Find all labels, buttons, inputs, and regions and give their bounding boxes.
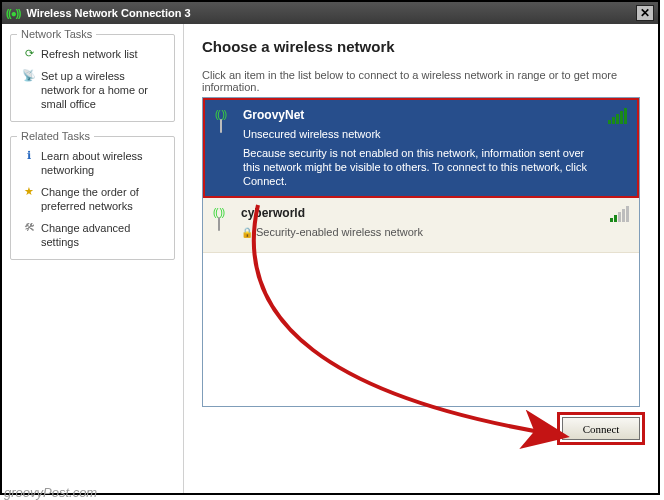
task-label: Change advanced settings [41, 221, 166, 249]
group-title: Related Tasks [17, 130, 94, 142]
task-label: Learn about wireless networking [41, 149, 166, 177]
network-name: GroovyNet [243, 108, 589, 122]
info-icon: ℹ [19, 149, 39, 162]
task-setup-network[interactable]: 📡 Set up a wireless network for a home o… [19, 69, 166, 111]
network-subtitle: Unsecured wireless network [243, 128, 589, 140]
sidebar: Network Tasks ⟳ Refresh network list 📡 S… [2, 24, 184, 493]
instruction-text: Click an item in the list below to conne… [202, 69, 640, 93]
settings-icon: 🛠 [19, 221, 39, 233]
task-label: Refresh network list [41, 47, 138, 61]
network-list[interactable]: (( )) GroovyNet Unsecured wireless netwo… [202, 97, 640, 407]
signal-strength-icon [591, 206, 629, 244]
network-description: Because security is not enabled on this … [243, 146, 589, 188]
wifi-antenna-icon: (( )) [215, 108, 243, 188]
wifi-antenna-icon: (( )) [213, 206, 241, 244]
task-change-order[interactable]: ★ Change the order of preferred networks [19, 185, 166, 213]
lock-icon: 🔒 [241, 227, 253, 238]
window-title: Wireless Network Connection 3 [26, 7, 190, 19]
task-label: Change the order of preferred networks [41, 185, 166, 213]
network-tasks-group: Network Tasks ⟳ Refresh network list 📡 S… [10, 34, 175, 122]
group-title: Network Tasks [17, 28, 96, 40]
action-bar: Connect [202, 407, 640, 440]
antenna-icon: 📡 [19, 69, 39, 82]
network-item[interactable]: (( )) cyberworld 🔒 Security-enabled wire… [203, 198, 639, 253]
signal-strength-icon [589, 108, 627, 188]
task-advanced[interactable]: 🛠 Change advanced settings [19, 221, 166, 249]
connect-button[interactable]: Connect [562, 417, 640, 440]
related-tasks-group: Related Tasks ℹ Learn about wireless net… [10, 136, 175, 260]
network-subtitle: 🔒 Security-enabled wireless network [241, 226, 591, 238]
star-icon: ★ [19, 185, 39, 198]
task-label: Set up a wireless network for a home or … [41, 69, 166, 111]
task-refresh[interactable]: ⟳ Refresh network list [19, 47, 166, 61]
task-learn[interactable]: ℹ Learn about wireless networking [19, 149, 166, 177]
refresh-icon: ⟳ [19, 47, 39, 60]
page-title: Choose a wireless network [202, 38, 640, 55]
close-button[interactable]: ✕ [636, 5, 654, 21]
main-panel: Choose a wireless network Click an item … [184, 24, 658, 493]
network-name: cyberworld [241, 206, 591, 220]
titlebar: ((●)) Wireless Network Connection 3 ✕ [2, 2, 658, 24]
watermark: groovyPost.com [4, 485, 97, 500]
wifi-icon: ((●)) [6, 7, 20, 19]
network-item-selected[interactable]: (( )) GroovyNet Unsecured wireless netwo… [203, 98, 639, 198]
